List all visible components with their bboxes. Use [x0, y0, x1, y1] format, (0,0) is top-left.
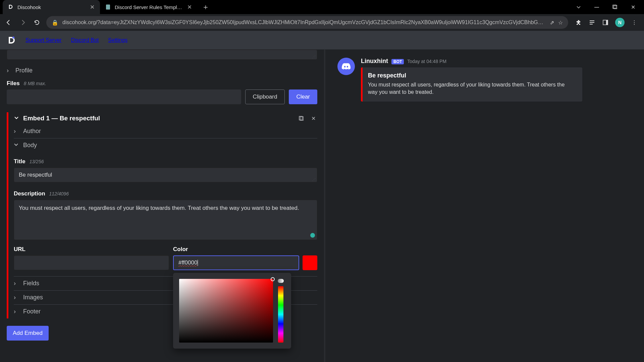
chevron-down-icon: [14, 115, 19, 122]
chevron-right-icon: ›: [14, 128, 19, 135]
reload-icon[interactable]: [32, 18, 42, 27]
duplicate-icon[interactable]: [297, 114, 305, 122]
color-input[interactable]: #ff0000: [173, 255, 299, 270]
body-section-toggle[interactable]: Body: [14, 138, 317, 152]
saturation-cursor[interactable]: [271, 277, 275, 281]
description-label: Description: [14, 190, 45, 197]
body-label: Body: [23, 142, 37, 149]
bot-badge: BOT: [391, 59, 404, 64]
url-input[interactable]: [14, 255, 169, 270]
nav-support-server[interactable]: Support Server: [25, 37, 62, 43]
close-window-icon[interactable]: ✕: [625, 1, 641, 13]
svg-point-9: [12, 37, 14, 39]
clear-button[interactable]: Clear: [289, 89, 317, 104]
profile-avatar[interactable]: N: [615, 18, 625, 27]
kebab-menu-icon[interactable]: ⋮: [631, 19, 638, 26]
files-label: Files: [7, 80, 20, 87]
side-panel-icon[interactable]: [602, 19, 609, 26]
hue-slider[interactable]: [278, 286, 283, 343]
close-icon[interactable]: ✕: [89, 4, 95, 10]
nav-discord-bot[interactable]: Discord Bot: [71, 37, 99, 43]
tab-title: Discord Server Rules Template | D: [115, 4, 183, 10]
editor-pane: ⋰ › Profile Files 8 MB max. Clipboard Cl…: [0, 50, 325, 362]
chevron-down-icon: [14, 142, 19, 149]
embed-title-header: Embed 1 — Be respectful: [23, 115, 293, 122]
color-label: Color: [173, 246, 188, 252]
content-textarea[interactable]: ⋰: [7, 50, 317, 60]
maximize-icon[interactable]: [606, 1, 623, 13]
tab-strip: Discohook ✕ Discord Server Rules Templat…: [0, 0, 644, 14]
grammar-badge-icon[interactable]: [310, 233, 315, 238]
svg-rect-6: [590, 24, 593, 24]
app-header: Support Server Discord Bot Settings: [0, 31, 644, 50]
url-label: URL: [14, 246, 25, 252]
minimize-icon[interactable]: [588, 1, 605, 13]
tab-discohook[interactable]: Discohook ✕: [3, 0, 100, 14]
back-icon[interactable]: [4, 18, 13, 27]
tab-discord-rules[interactable]: Discord Server Rules Template | D ✕: [100, 0, 197, 14]
nav-settings[interactable]: Settings: [108, 37, 127, 43]
toolbar-icons: N ⋮: [573, 18, 640, 27]
description-count: 112/4096: [49, 191, 69, 196]
favicon-discord-rules: [105, 4, 111, 10]
resize-handle-icon[interactable]: ⋰: [312, 178, 316, 181]
profile-section-toggle[interactable]: › Profile: [7, 64, 317, 77]
browser-chrome: Discohook ✕ Discord Server Rules Templat…: [0, 0, 644, 31]
embed-block: Embed 1 — Be respectful ✕ › Author Body …: [7, 112, 317, 318]
color-picker: [173, 273, 291, 349]
images-label: Images: [23, 294, 43, 301]
svg-rect-5: [590, 22, 594, 23]
star-icon[interactable]: ☆: [558, 19, 563, 26]
preview-embed: Be respectful You must respect all users…: [361, 67, 582, 102]
profile-label: Profile: [15, 67, 33, 74]
author-section-toggle[interactable]: › Author: [14, 124, 317, 138]
svg-rect-0: [106, 5, 110, 10]
saturation-area[interactable]: [179, 279, 273, 343]
add-embed-button[interactable]: Add Embed: [7, 326, 49, 341]
reading-list-icon[interactable]: [588, 19, 596, 26]
share-icon[interactable]: ⇗: [550, 19, 554, 26]
preview-message: Linuxhint BOT Today at 04:48 PM Be respe…: [337, 58, 632, 102]
tab-dropdown-icon[interactable]: [570, 1, 587, 13]
url-bar: 🔒 discohook.org/?data=eyJtZXNzYWdlcyI6W3…: [0, 14, 644, 31]
svg-rect-4: [590, 20, 594, 21]
lock-icon: 🔒: [52, 19, 58, 26]
chevron-right-icon: ›: [14, 280, 19, 287]
content: ⋰ › Profile Files 8 MB max. Clipboard Cl…: [0, 50, 644, 362]
svg-rect-8: [606, 20, 608, 25]
favicon-discohook: [7, 4, 14, 10]
chevron-right-icon: ›: [14, 294, 19, 301]
files-max: 8 MB max.: [24, 81, 46, 86]
description-input[interactable]: You must respect all users, regardless o…: [14, 200, 317, 240]
alpha-slider[interactable]: [278, 279, 284, 283]
clipboard-button[interactable]: Clipboard: [245, 89, 285, 104]
preview-timestamp: Today at 04:48 PM: [407, 59, 446, 64]
preview-avatar: [337, 58, 355, 75]
title-input[interactable]: Be respectful ⋰: [14, 168, 317, 182]
close-icon[interactable]: ✕: [309, 114, 317, 122]
window-controls: ✕: [570, 0, 644, 14]
chevron-right-icon: ›: [7, 67, 12, 74]
preview-embed-desc: You must respect all users, regardless o…: [368, 81, 576, 96]
preview-username: Linuxhint: [361, 58, 388, 65]
app-logo: [7, 36, 16, 45]
preview-pane: Linuxhint BOT Today at 04:48 PM Be respe…: [325, 50, 644, 362]
resize-handle-icon[interactable]: ⋰: [312, 55, 316, 59]
extensions-icon[interactable]: [575, 19, 582, 26]
embed-header[interactable]: Embed 1 — Be respectful ✕: [14, 112, 317, 124]
chevron-right-icon: ›: [14, 308, 19, 315]
files-input[interactable]: [7, 89, 241, 104]
svg-rect-1: [594, 7, 599, 8]
title-label: Title: [14, 158, 25, 165]
address-bar[interactable]: 🔒 discohook.org/?data=eyJtZXNzYWdlcyI6W3…: [46, 16, 568, 29]
author-label: Author: [23, 128, 41, 135]
close-icon[interactable]: ✕: [186, 4, 193, 10]
tab-title: Discohook: [17, 4, 86, 10]
forward-icon[interactable]: [18, 18, 28, 27]
title-count: 13/256: [30, 159, 44, 164]
color-swatch[interactable]: [303, 255, 317, 270]
new-tab-button[interactable]: ＋: [200, 1, 211, 13]
preview-embed-title: Be respectful: [368, 72, 576, 79]
footer-label: Footer: [23, 308, 41, 315]
url-text: discohook.org/?data=eyJtZXNzYWdlcyI6W3si…: [62, 19, 546, 25]
